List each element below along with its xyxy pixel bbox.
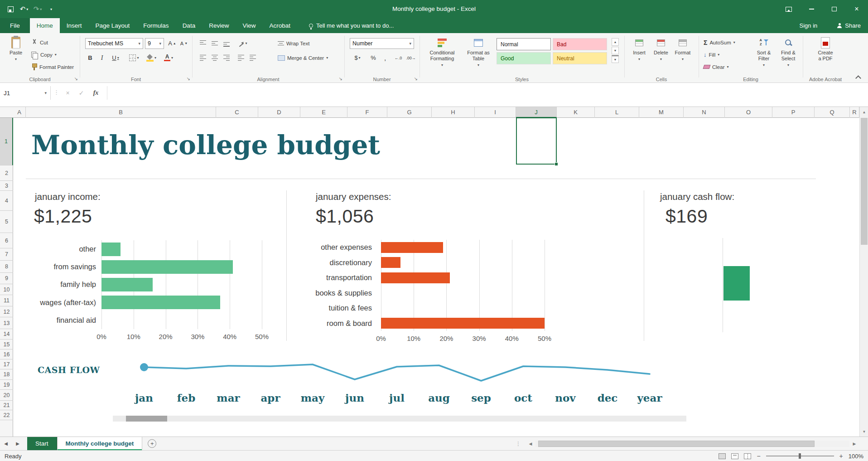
increase-decimal-button[interactable]: ←.0 bbox=[392, 53, 404, 63]
share-button[interactable]: Share bbox=[830, 18, 868, 33]
column-header-n[interactable]: N bbox=[684, 107, 725, 118]
scroll-down-button[interactable]: ▼ bbox=[860, 427, 868, 437]
scroll-left-button[interactable]: ◀ bbox=[526, 442, 535, 446]
row-header-3[interactable]: 3 bbox=[0, 181, 13, 191]
ribbon-tab-insert[interactable]: Insert bbox=[60, 18, 89, 33]
row-header-4[interactable]: 4 bbox=[0, 191, 13, 211]
previous-sheet-button[interactable]: ◀ bbox=[0, 441, 12, 446]
row-header-14[interactable]: 14 bbox=[0, 329, 13, 340]
number-format-combo[interactable]: Number▾ bbox=[350, 38, 414, 49]
create-pdf-button[interactable]: Create a PDF bbox=[812, 35, 839, 62]
tab-file[interactable]: File bbox=[0, 18, 30, 33]
row-header-5[interactable]: 5 bbox=[0, 211, 13, 233]
tell-me-box[interactable]: Tell me what you want to do... bbox=[309, 18, 394, 33]
fill-color-button[interactable]: ▾ bbox=[144, 53, 159, 63]
cut-button[interactable]: Cut bbox=[30, 37, 49, 48]
format-painter-button[interactable]: Format Painter bbox=[30, 62, 75, 72]
zoom-slider[interactable] bbox=[766, 456, 834, 456]
sign-in-link[interactable]: Sign in bbox=[800, 22, 818, 29]
borders-button[interactable]: ▾ bbox=[127, 53, 141, 63]
row-header-13[interactable]: 13 bbox=[0, 317, 13, 329]
column-header-p[interactable]: P bbox=[772, 107, 815, 118]
grow-font-button[interactable]: A▲ bbox=[167, 38, 178, 49]
zoom-out-button[interactable]: − bbox=[757, 452, 760, 460]
scroll-right-button[interactable]: ▶ bbox=[849, 442, 859, 446]
column-header-m[interactable]: M bbox=[639, 107, 684, 118]
row-header-22[interactable]: 22 bbox=[0, 410, 13, 420]
column-header-e[interactable]: E bbox=[300, 107, 347, 118]
sheet-tab-monthly-college-budget[interactable]: Monthly college budget bbox=[57, 437, 143, 451]
decrease-indent-button[interactable] bbox=[236, 53, 246, 63]
accounting-format-button[interactable]: $▾ bbox=[350, 53, 365, 63]
minimize-button[interactable] bbox=[800, 0, 823, 18]
chart-scrollbar-thumb[interactable] bbox=[126, 416, 167, 422]
row-header-17[interactable]: 17 bbox=[0, 359, 13, 369]
zoom-slider-thumb[interactable] bbox=[799, 453, 801, 459]
vertical-scrollbar-thumb[interactable] bbox=[861, 118, 868, 245]
zoom-in-button[interactable]: + bbox=[839, 452, 843, 460]
increase-indent-button[interactable] bbox=[247, 53, 258, 63]
cell-style-good[interactable]: Good bbox=[497, 52, 551, 64]
percent-style-button[interactable]: % bbox=[368, 53, 379, 63]
align-right-button[interactable] bbox=[221, 53, 232, 63]
collapse-ribbon-button[interactable] bbox=[855, 75, 861, 81]
row-header-2[interactable]: 2 bbox=[0, 165, 13, 181]
column-header-r[interactable]: R bbox=[850, 107, 859, 118]
row-header-21[interactable]: 21 bbox=[0, 401, 13, 410]
fill-handle[interactable] bbox=[555, 162, 558, 166]
maximize-button[interactable] bbox=[823, 0, 845, 18]
row-header-16[interactable]: 16 bbox=[0, 349, 13, 359]
font-dialog-launcher[interactable]: ↘ bbox=[187, 76, 190, 81]
gallery-more-button[interactable]: ▼ bbox=[612, 55, 619, 63]
column-header-k[interactable]: K bbox=[557, 107, 595, 118]
column-header-o[interactable]: O bbox=[725, 107, 772, 118]
normal-view-button[interactable] bbox=[719, 453, 726, 459]
format-as-table-button[interactable]: Format as Table ▾ bbox=[462, 35, 495, 68]
sheet-tab-start[interactable]: Start bbox=[27, 437, 57, 451]
sort-filter-button[interactable]: AZ Sort & Filter ▾ bbox=[752, 35, 776, 68]
scroll-up-button[interactable]: ▲ bbox=[860, 107, 868, 117]
row-header-19[interactable]: 19 bbox=[0, 380, 13, 390]
fill-button[interactable]: ↓Fill▾ bbox=[702, 49, 721, 60]
column-header-i[interactable]: I bbox=[475, 107, 516, 118]
underline-button[interactable]: U▾ bbox=[109, 53, 122, 63]
font-color-button[interactable]: A▾ bbox=[161, 53, 176, 63]
worksheet[interactable]: Monthly college budget january income: $… bbox=[13, 118, 859, 437]
ribbon-tab-view[interactable]: View bbox=[236, 18, 262, 33]
font-size-combo[interactable]: 9▾ bbox=[145, 38, 164, 49]
number-dialog-launcher[interactable]: ↘ bbox=[414, 76, 418, 81]
column-header-g[interactable]: G bbox=[387, 107, 432, 118]
close-button[interactable]: × bbox=[845, 0, 868, 18]
column-header-a[interactable]: A bbox=[13, 107, 26, 118]
row-header-18[interactable]: 18 bbox=[0, 369, 13, 380]
cell-style-bad[interactable]: Bad bbox=[553, 38, 607, 50]
paste-button[interactable]: Paste ▾ bbox=[4, 35, 28, 62]
bold-button[interactable]: B bbox=[85, 53, 95, 63]
page-break-view-button[interactable] bbox=[744, 453, 751, 459]
middle-align-button[interactable] bbox=[209, 38, 220, 49]
gallery-scroll-up-button[interactable]: ▲ bbox=[612, 38, 619, 46]
cell-style-normal[interactable]: Normal bbox=[497, 38, 551, 50]
column-header-q[interactable]: Q bbox=[815, 107, 850, 118]
selected-cell-J1[interactable] bbox=[516, 117, 557, 165]
shrink-font-button[interactable]: A▼ bbox=[178, 38, 189, 49]
cell-style-neutral[interactable]: Neutral bbox=[553, 52, 607, 64]
row-header-20[interactable]: 20 bbox=[0, 390, 13, 401]
ribbon-tab-acrobat[interactable]: Acrobat bbox=[262, 18, 297, 33]
formula-input[interactable] bbox=[107, 86, 864, 100]
wrap-text-button[interactable]: Wrap Text bbox=[276, 38, 311, 49]
copy-button[interactable]: Copy▾ bbox=[30, 49, 58, 60]
horizontal-scrollbar[interactable]: ◀ ▶ bbox=[526, 437, 859, 450]
column-header-d[interactable]: D bbox=[258, 107, 300, 118]
orientation-button[interactable]: ▾ bbox=[236, 38, 250, 49]
insert-function-button[interactable]: fx bbox=[90, 86, 102, 100]
horizontal-scrollbar-track[interactable] bbox=[535, 441, 849, 447]
row-header-12[interactable]: 12 bbox=[0, 306, 13, 317]
formula-bar-handle[interactable]: ⋮ bbox=[53, 89, 59, 96]
column-header-l[interactable]: L bbox=[595, 107, 639, 118]
align-center-button[interactable] bbox=[209, 53, 220, 63]
font-name-combo[interactable]: Trebuchet MS▾ bbox=[85, 38, 143, 49]
ribbon-tab-page-layout[interactable]: Page Layout bbox=[89, 18, 137, 33]
delete-cells-button[interactable]: Delete ▾ bbox=[651, 35, 671, 62]
column-header-j[interactable]: J bbox=[516, 107, 557, 118]
